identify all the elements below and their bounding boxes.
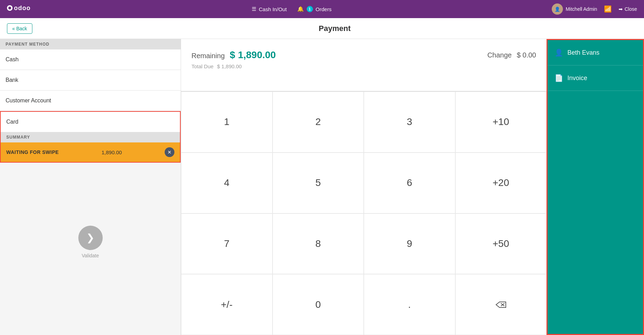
page-title: Payment [32, 24, 637, 33]
customer-item[interactable]: 👤 Beth Evans [548, 40, 643, 65]
numpad: 123+10456+20789+50+/-0. [181, 91, 547, 335]
left-panel: PAYMENT METHOD Cash Bank Customer Accoun… [0, 39, 181, 335]
customer-name: Beth Evans [567, 49, 599, 56]
backbar: « Back Payment [0, 18, 644, 39]
cash-icon: ☰ [252, 6, 256, 12]
back-button[interactable]: « Back [7, 23, 32, 34]
odoo-logo: odoo [7, 3, 31, 15]
cash-in-out-nav[interactable]: ☰ Cash In/Out [252, 6, 287, 12]
topbar-nav: ☰ Cash In/Out 🔔 1 Orders [45, 6, 538, 12]
cash-in-out-label: Cash In/Out [259, 6, 287, 12]
remaining-row: Remaining $ 1,890.00 Change $ 0.00 [191, 49, 536, 61]
close-label: Close [625, 6, 637, 12]
payment-method-customer-account[interactable]: Customer Account [0, 91, 181, 111]
remaining-label: Remaining [191, 52, 225, 60]
orders-label: Orders [316, 6, 332, 12]
close-button[interactable]: ➡ Close [619, 6, 637, 12]
close-icon: ➡ [619, 6, 623, 12]
invoice-label: Invoice [567, 75, 587, 82]
payment-method-card-wrapper: Card SUMMARY WAITING FOR SWIPE 1,890.00 … [0, 111, 181, 163]
numpad-btn-6[interactable]: 6 [364, 153, 455, 213]
user-name: Mitchell Admin [566, 6, 597, 12]
invoice-icon: 📄 [555, 74, 563, 82]
payment-method-card[interactable]: Card [1, 112, 180, 132]
numpad-btn-7[interactable]: 7 [181, 213, 273, 274]
numpad-btn-plus10[interactable]: +10 [455, 92, 547, 153]
invoice-item[interactable]: 📄 Invoice [548, 65, 643, 91]
orders-nav[interactable]: 🔔 1 Orders [297, 6, 332, 12]
avatar: 👤 [552, 3, 563, 15]
right-panel: 👤 Beth Evans 📄 Invoice [547, 39, 644, 335]
numpad-btn-8[interactable]: 8 [273, 213, 364, 274]
remaining-amount: $ 1,890.00 [230, 49, 276, 60]
summary-close-button[interactable]: ✕ [165, 147, 174, 157]
validate-area: ❯ Validate [0, 163, 181, 335]
numpad-btn-1[interactable]: 1 [181, 92, 273, 153]
main-content: PAYMENT METHOD Cash Bank Customer Accoun… [0, 39, 644, 335]
numpad-btn-0[interactable]: 0 [273, 274, 364, 335]
payment-method-bank[interactable]: Bank [0, 70, 181, 91]
change-label: Change [487, 51, 512, 59]
numpad-btn-5[interactable]: 5 [273, 153, 364, 213]
numpad-btn-plus20[interactable]: +20 [455, 153, 547, 213]
numpad-btn-9[interactable]: 9 [364, 213, 455, 274]
topbar-right: 👤 Mitchell Admin 📶 ➡ Close [552, 3, 637, 15]
validate-label: Validate [82, 253, 99, 258]
topbar: odoo ☰ Cash In/Out 🔔 1 Orders 👤 Mitchell… [0, 0, 644, 18]
bell-icon: 🔔 [297, 6, 304, 12]
center-panel: Remaining $ 1,890.00 Change $ 0.00 Total… [181, 39, 547, 335]
total-due: Total Due $ 1,890.00 [191, 63, 536, 69]
numpad-btn-2[interactable]: 2 [273, 92, 364, 153]
change-amount: $ 0.00 [517, 51, 536, 59]
summary-row: WAITING FOR SWIPE 1,890.00 ✕ [1, 142, 180, 162]
user-info: 👤 Mitchell Admin [552, 3, 597, 15]
summary-amount: 1,890.00 [102, 149, 122, 155]
svg-text:odoo: odoo [14, 5, 31, 11]
payment-method-cash[interactable]: Cash [0, 49, 181, 70]
summary-status: WAITING FOR SWIPE [6, 149, 59, 155]
numpad-btn-plus50[interactable]: +50 [455, 213, 547, 274]
total-due-amount: $ 1,890.00 [217, 63, 242, 69]
summary-header: SUMMARY [1, 132, 180, 142]
numpad-btn-3[interactable]: 3 [364, 92, 455, 153]
numpad-btn-4[interactable]: 4 [181, 153, 273, 213]
numpad-btn-backspace[interactable] [455, 274, 547, 335]
numpad-btn-plusslash-[interactable]: +/- [181, 274, 273, 335]
svg-point-1 [8, 7, 11, 9]
validate-button[interactable]: ❯ [78, 226, 103, 250]
orders-badge: 1 [307, 6, 313, 12]
amount-display: Remaining $ 1,890.00 Change $ 0.00 Total… [181, 39, 547, 91]
numpad-btn-dot[interactable]: . [364, 274, 455, 335]
person-icon: 👤 [555, 48, 563, 57]
wifi-icon: 📶 [604, 5, 612, 13]
total-due-label: Total Due [191, 63, 213, 69]
payment-method-header: PAYMENT METHOD [0, 39, 181, 49]
